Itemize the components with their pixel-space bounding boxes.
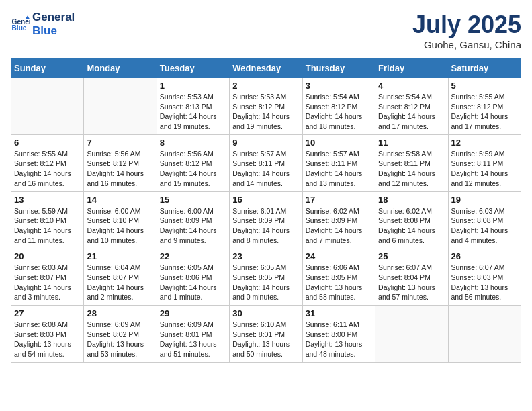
day-cell: 25Sunrise: 6:07 AM Sunset: 8:04 PM Dayli… [375,248,448,306]
day-cell: 26Sunrise: 6:07 AM Sunset: 8:03 PM Dayli… [448,248,521,306]
day-cell: 19Sunrise: 6:03 AM Sunset: 8:08 PM Dayli… [448,191,521,248]
day-cell: 7Sunrise: 5:56 AM Sunset: 8:12 PM Daylig… [84,134,157,191]
day-number: 6 [14,138,81,148]
day-info: Sunrise: 5:56 AM Sunset: 8:12 PM Dayligh… [87,149,153,189]
day-cell: 8Sunrise: 5:56 AM Sunset: 8:12 PM Daylig… [157,134,229,191]
day-number: 4 [378,81,445,91]
day-info: Sunrise: 6:02 AM Sunset: 8:09 PM Dayligh… [306,206,372,246]
weekday-header-row: SundayMondayTuesdayWednesdayThursdayFrid… [11,59,521,78]
location: Guohe, Gansu, China [412,39,521,50]
day-cell [11,78,84,135]
day-number: 24 [306,251,372,261]
day-number: 9 [232,138,299,148]
day-info: Sunrise: 6:00 AM Sunset: 8:09 PM Dayligh… [160,206,226,246]
day-cell: 3Sunrise: 5:54 AM Sunset: 8:12 PM Daylig… [302,78,375,135]
week-row-3: 13Sunrise: 5:59 AM Sunset: 8:10 PM Dayli… [11,191,521,248]
logo-general: General [32,11,75,24]
week-row-5: 27Sunrise: 6:08 AM Sunset: 8:03 PM Dayli… [11,306,521,363]
logo-icon: General Blue [11,15,30,34]
day-number: 21 [87,251,153,261]
weekday-header-saturday: Saturday [448,59,521,78]
day-cell: 27Sunrise: 6:08 AM Sunset: 8:03 PM Dayli… [11,306,84,363]
day-info: Sunrise: 6:07 AM Sunset: 8:03 PM Dayligh… [451,263,518,302]
day-info: Sunrise: 6:01 AM Sunset: 8:09 PM Dayligh… [232,206,299,246]
logo-blue: Blue [32,24,75,38]
day-number: 13 [14,195,81,205]
day-number: 14 [87,195,153,205]
day-number: 26 [451,251,518,261]
day-number: 3 [306,81,372,91]
day-number: 11 [378,138,445,148]
day-cell: 4Sunrise: 5:54 AM Sunset: 8:12 PM Daylig… [375,78,448,135]
day-info: Sunrise: 5:54 AM Sunset: 8:12 PM Dayligh… [306,92,372,132]
day-cell [375,306,448,363]
day-cell: 20Sunrise: 6:03 AM Sunset: 8:07 PM Dayli… [11,248,84,306]
day-info: Sunrise: 6:00 AM Sunset: 8:10 PM Dayligh… [87,206,153,246]
day-number: 8 [160,138,226,148]
day-number: 15 [160,195,226,205]
day-cell: 13Sunrise: 5:59 AM Sunset: 8:10 PM Dayli… [11,191,84,248]
day-cell: 16Sunrise: 6:01 AM Sunset: 8:09 PM Dayli… [230,191,302,248]
day-number: 18 [378,195,445,205]
week-row-1: 1Sunrise: 5:53 AM Sunset: 8:13 PM Daylig… [11,78,521,135]
day-info: Sunrise: 5:57 AM Sunset: 8:11 PM Dayligh… [232,149,299,189]
day-cell: 21Sunrise: 6:04 AM Sunset: 8:07 PM Dayli… [84,248,157,306]
day-number: 30 [232,308,299,318]
day-number: 25 [378,251,445,261]
day-cell: 30Sunrise: 6:10 AM Sunset: 8:01 PM Dayli… [230,306,302,363]
day-number: 7 [87,138,153,148]
day-cell: 11Sunrise: 5:58 AM Sunset: 8:11 PM Dayli… [375,134,448,191]
day-info: Sunrise: 5:55 AM Sunset: 8:12 PM Dayligh… [14,149,81,189]
day-number: 16 [232,195,299,205]
day-number: 22 [160,251,226,261]
day-info: Sunrise: 5:58 AM Sunset: 8:11 PM Dayligh… [378,149,445,189]
weekday-header-tuesday: Tuesday [157,59,229,78]
week-row-4: 20Sunrise: 6:03 AM Sunset: 8:07 PM Dayli… [11,248,521,306]
day-info: Sunrise: 5:54 AM Sunset: 8:12 PM Dayligh… [378,92,445,132]
day-cell: 24Sunrise: 6:06 AM Sunset: 8:05 PM Dayli… [302,248,375,306]
weekday-header-wednesday: Wednesday [230,59,302,78]
day-cell: 12Sunrise: 5:59 AM Sunset: 8:11 PM Dayli… [448,134,521,191]
day-cell [448,306,521,363]
day-info: Sunrise: 5:59 AM Sunset: 8:11 PM Dayligh… [451,149,518,189]
day-info: Sunrise: 6:09 AM Sunset: 8:02 PM Dayligh… [87,320,153,359]
day-number: 2 [232,81,299,91]
day-number: 27 [14,308,81,318]
day-number: 20 [14,251,81,261]
day-cell [84,78,157,135]
weekday-header-thursday: Thursday [302,59,375,78]
day-info: Sunrise: 6:07 AM Sunset: 8:04 PM Dayligh… [378,263,445,302]
day-cell: 6Sunrise: 5:55 AM Sunset: 8:12 PM Daylig… [11,134,84,191]
day-cell: 14Sunrise: 6:00 AM Sunset: 8:10 PM Dayli… [84,191,157,248]
day-cell: 5Sunrise: 5:55 AM Sunset: 8:12 PM Daylig… [448,78,521,135]
month-title: July 2025 [412,11,521,39]
day-cell: 23Sunrise: 6:05 AM Sunset: 8:05 PM Dayli… [230,248,302,306]
day-cell: 10Sunrise: 5:57 AM Sunset: 8:11 PM Dayli… [302,134,375,191]
day-number: 31 [306,308,372,318]
day-cell: 18Sunrise: 6:02 AM Sunset: 8:08 PM Dayli… [375,191,448,248]
day-number: 12 [451,138,518,148]
day-number: 5 [451,81,518,91]
page-header: General Blue General Blue July 2025 Guoh… [11,11,521,50]
day-info: Sunrise: 6:09 AM Sunset: 8:01 PM Dayligh… [160,320,226,359]
day-number: 23 [232,251,299,261]
calendar-table: SundayMondayTuesdayWednesdayThursdayFrid… [11,58,521,363]
day-number: 19 [451,195,518,205]
weekday-header-monday: Monday [84,59,157,78]
day-number: 28 [87,308,153,318]
weekday-header-friday: Friday [375,59,448,78]
day-info: Sunrise: 5:53 AM Sunset: 8:12 PM Dayligh… [232,92,299,132]
day-cell: 29Sunrise: 6:09 AM Sunset: 8:01 PM Dayli… [157,306,229,363]
day-number: 29 [160,308,226,318]
day-info: Sunrise: 6:10 AM Sunset: 8:01 PM Dayligh… [232,320,299,359]
day-info: Sunrise: 6:05 AM Sunset: 8:05 PM Dayligh… [232,263,299,302]
day-info: Sunrise: 6:04 AM Sunset: 8:07 PM Dayligh… [87,263,153,302]
day-cell: 17Sunrise: 6:02 AM Sunset: 8:09 PM Dayli… [302,191,375,248]
weekday-header-sunday: Sunday [11,59,84,78]
title-block: July 2025 Guohe, Gansu, China [412,11,521,50]
day-cell: 1Sunrise: 5:53 AM Sunset: 8:13 PM Daylig… [157,78,229,135]
day-info: Sunrise: 5:59 AM Sunset: 8:10 PM Dayligh… [14,206,81,246]
day-info: Sunrise: 5:56 AM Sunset: 8:12 PM Dayligh… [160,149,226,189]
svg-text:Blue: Blue [12,25,27,32]
day-info: Sunrise: 6:11 AM Sunset: 8:00 PM Dayligh… [306,320,372,359]
